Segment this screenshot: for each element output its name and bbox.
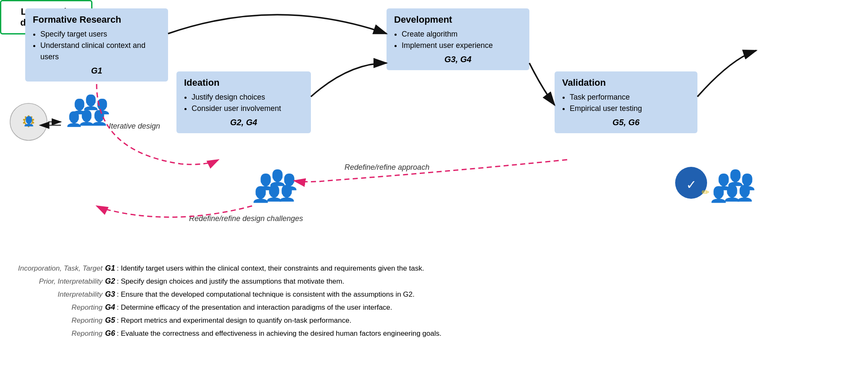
svg-text:👤: 👤: [735, 184, 754, 202]
redefine-approach-label: Redefine/refine approach: [345, 163, 429, 172]
validation-guideline: G5, G6: [562, 118, 690, 127]
svg-text:👤: 👤: [280, 173, 299, 191]
legend-text-g4: : Determine efficacy of the presentation…: [117, 302, 392, 313]
legend-text-g2: : Specify design choices and justify the…: [117, 276, 344, 287]
legend-gcode-g5: G5: [105, 315, 115, 326]
svg-text:👤: 👤: [256, 173, 275, 191]
svg-text:👤: 👤: [738, 173, 757, 191]
svg-text:👤: 👤: [90, 109, 108, 126]
formative-research-box: Formative Research Specify target users …: [25, 8, 168, 82]
formative-bullets: Specify target users Understand clinical…: [33, 29, 160, 63]
legend-row-g3: Interpretability G3 : Ensure that the de…: [13, 289, 853, 300]
ideation-guideline: G2, G4: [184, 118, 303, 127]
validation-bullet-2: Empirical user testing: [570, 103, 690, 114]
ideation-bullet-2: Consider user involvement: [192, 103, 303, 114]
svg-text:👤: 👤: [723, 184, 742, 202]
formative-bullet-1: Specify target users: [40, 29, 160, 40]
legend-gcode-g6: G6: [105, 328, 115, 339]
legend-row-g1: Incorporation, Task, Target G1 : Identif…: [13, 263, 853, 274]
svg-text:👤: 👤: [78, 109, 96, 126]
development-title: Development: [394, 14, 522, 25]
formative-title: Formative Research: [33, 14, 160, 25]
svg-point-17: [675, 167, 707, 199]
svg-text:👤: 👤: [82, 94, 100, 111]
legend-prefix-g3: Interpretability: [13, 289, 105, 300]
legend-text-g5: : Report metrics and experimental design…: [117, 315, 351, 326]
development-bullets: Create algorithm Implement user experien…: [394, 29, 522, 51]
legend-prefix-g5: Reporting: [13, 315, 105, 326]
svg-text:⚙: ⚙: [21, 113, 36, 130]
svg-text:👤: 👤: [709, 185, 728, 203]
legend-prefix-g2: Prior, Interpretability: [13, 276, 105, 287]
legend-gcode-g2: G2: [105, 276, 115, 287]
legend-prefix-g1: Incorporation, Task, Target: [13, 263, 105, 274]
svg-text:👤: 👤: [65, 111, 83, 128]
legend-row-g5: Reporting G5 : Report metrics and experi…: [13, 315, 853, 326]
svg-text:👤: 👤: [726, 169, 745, 187]
development-bullet-2: Implement user experience: [402, 40, 522, 51]
validation-box: Validation Task performance Empirical us…: [555, 71, 697, 133]
validation-bullet-1: Task performance: [570, 92, 690, 103]
legend-row-g4: Reporting G4 : Determine efficacy of the…: [13, 302, 853, 313]
legend-prefix-g6: Reporting: [13, 328, 105, 339]
svg-text:👤: 👤: [268, 169, 287, 187]
svg-text:👤: 👤: [93, 98, 111, 115]
legend-gcode-g1: G1: [105, 263, 115, 274]
svg-text:👤: 👤: [265, 184, 284, 202]
svg-text:👤: 👤: [714, 173, 733, 191]
legend-text-g3: : Ensure that the developed computationa…: [117, 289, 415, 300]
formative-bullet-2: Understand clinical context and users: [40, 40, 160, 63]
svg-text:👤: 👤: [277, 184, 296, 202]
legend-gcode-g4: G4: [105, 302, 115, 313]
svg-text:✓: ✓: [686, 178, 697, 192]
redefine-design-label: Redefine/refine design challenges: [189, 214, 303, 223]
ideation-title: Ideation: [184, 77, 303, 88]
svg-text:👤: 👤: [71, 98, 89, 115]
development-bullet-1: Create algorithm: [402, 29, 522, 40]
ideation-bullet-1: Justify design choices: [192, 92, 303, 103]
main-diagram: Formative Research Specify target users …: [0, 0, 868, 374]
legend-text-g6: : Evaluate the correctness and effective…: [117, 328, 442, 339]
validation-title: Validation: [562, 77, 690, 88]
iterative-design-label: Iterative design: [107, 122, 162, 131]
legend-gcode-g3: G3: [105, 289, 115, 300]
ideation-bullets: Justify design choices Consider user inv…: [184, 92, 303, 114]
development-box: Development Create algorithm Implement u…: [387, 8, 529, 70]
development-guideline: G3, G4: [394, 55, 522, 64]
svg-text:✏: ✏: [702, 187, 710, 198]
svg-point-0: [10, 103, 47, 140]
ideation-box: Ideation Justify design choices Consider…: [176, 71, 311, 133]
legend-section: Incorporation, Task, Target G1 : Identif…: [13, 263, 853, 341]
formative-guideline: G1: [33, 66, 160, 76]
legend-prefix-g4: Reporting: [13, 302, 105, 313]
legend-row-g6: Reporting G6 : Evaluate the correctness …: [13, 328, 853, 339]
svg-text:👤: 👤: [251, 185, 270, 203]
legend-text-g1: : Identify target users within the clini…: [117, 263, 424, 274]
validation-bullets: Task performance Empirical user testing: [562, 92, 690, 114]
svg-text:👤: 👤: [23, 116, 35, 127]
legend-row-g2: Prior, Interpretability G2 : Specify des…: [13, 276, 853, 287]
